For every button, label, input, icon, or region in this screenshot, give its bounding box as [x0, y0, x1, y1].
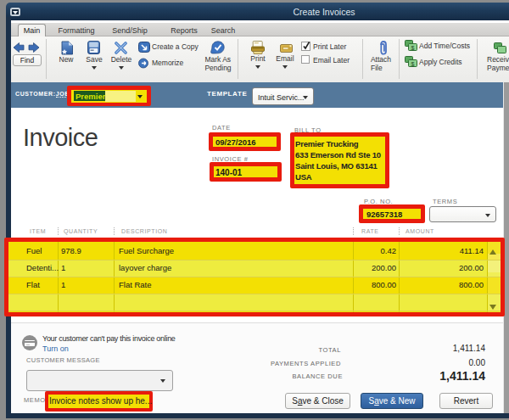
svg-text:$: $ [411, 44, 415, 50]
svg-text:$: $ [411, 61, 415, 67]
